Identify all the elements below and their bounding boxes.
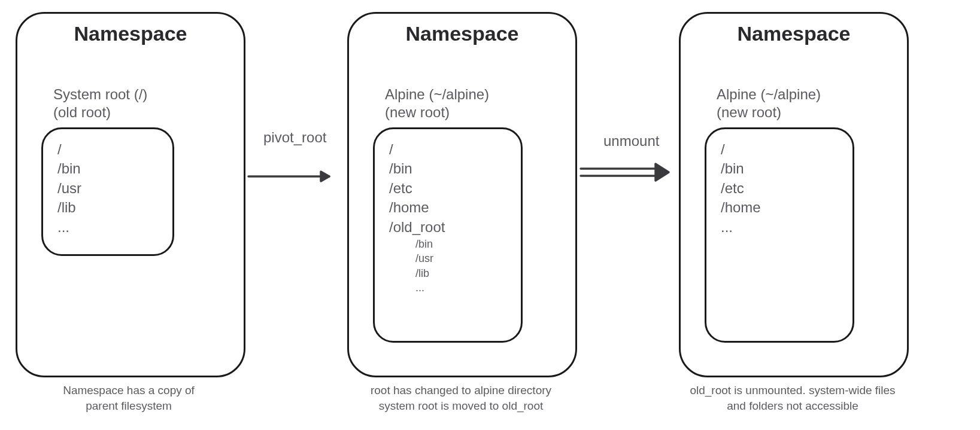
filesystem-box: / /bin /etc /home /old_root /bin /usr /l… [373,127,523,343]
arrow-unmount-icon [578,161,673,185]
panel-title: Namespace [681,22,907,45]
namespace-panel-2: Namespace Alpine (~/alpine) (new root) /… [347,12,577,377]
namespace-panel-1: Namespace System root (/) (old root) / /… [16,12,245,377]
fs-line: / [389,140,506,159]
arrow-label-unmount: unmount [603,133,659,150]
panel-caption: Namespace has a copy of parent filesyste… [16,383,242,413]
fs-line: / [57,140,158,159]
fs-line: / [721,140,838,159]
diagram-stage: Namespace System root (/) (old root) / /… [0,0,980,430]
filesystem-box: / /bin /usr /lib ... [41,127,174,256]
arrow-pivot-root-icon [245,167,341,185]
fs-line: /etc [389,179,506,198]
fs-line: /old_root [389,218,506,237]
panel-title: Namespace [349,22,575,45]
fs-line: /bin [57,159,158,178]
svg-marker-4 [656,164,669,181]
namespace-panel-3: Namespace Alpine (~/alpine) (new root) /… [679,12,909,377]
fs-line: /home [389,198,506,217]
root-label: Alpine (~/alpine) (new root) [385,86,489,121]
panel-caption: root has changed to alpine directory sys… [335,383,587,413]
fs-subline: ... [389,280,506,295]
root-label: System root (/) (old root) [53,86,147,121]
fs-subline: /bin [389,237,506,251]
svg-marker-1 [321,172,329,181]
fs-line: /bin [721,159,838,178]
fs-subline: /usr [389,251,506,266]
fs-line: /lib [57,198,158,217]
filesystem-box: / /bin /etc /home ... [705,127,854,343]
fs-line: /bin [389,159,506,178]
fs-line: ... [721,218,838,237]
fs-line: /usr [57,179,158,198]
fs-subline: /lib [389,266,506,280]
panel-caption: old_root is unmounted. system-wide files… [661,383,924,413]
fs-line: /home [721,198,838,217]
fs-line: /etc [721,179,838,198]
panel-title: Namespace [17,22,244,45]
fs-line: ... [57,218,158,237]
root-label: Alpine (~/alpine) (new root) [717,86,821,121]
arrow-label-pivot-root: pivot_root [263,129,326,146]
